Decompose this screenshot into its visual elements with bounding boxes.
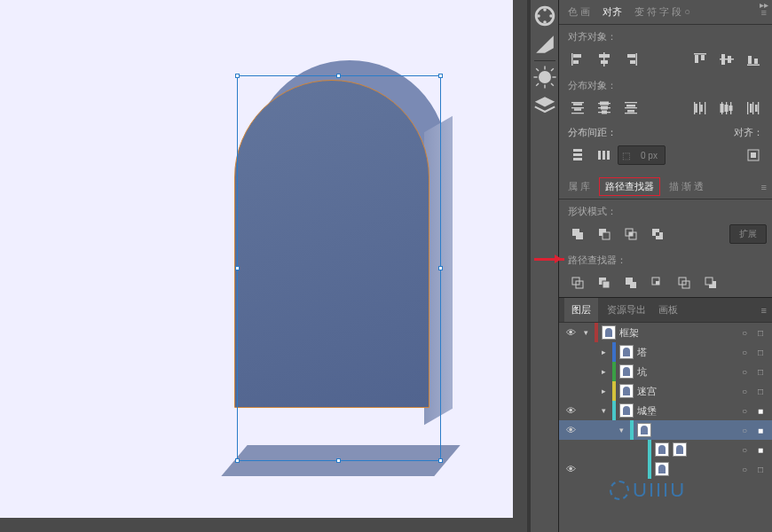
align-vcenter-button[interactable] [713,49,740,70]
layer-name[interactable]: 塔 [637,346,735,359]
target-icon[interactable]: ○ [738,426,751,435]
align-right-button[interactable] [618,49,644,70]
vdist-bottom-button[interactable] [618,98,644,119]
visibility-icon[interactable]: 👁 [564,405,577,416]
handle-top-right[interactable] [438,74,443,78]
layer-row[interactable]: 👁○□ [559,459,772,479]
divide-button[interactable] [564,272,591,293]
visibility-icon[interactable]: 👁 [564,327,577,338]
layer-thumbnail[interactable] [619,345,634,359]
target-icon[interactable]: ○ [738,328,751,338]
disclosure-icon[interactable]: ▾ [598,406,609,415]
crop-button[interactable] [644,272,671,293]
layer-name[interactable]: 城堡 [637,404,735,418]
align-to-selection-button[interactable] [740,145,767,166]
panel-menu-icon[interactable]: ≡ [761,182,767,192]
minus-back-button[interactable] [697,272,724,293]
layer-thumbnail[interactable] [602,325,616,340]
disclosure-icon[interactable]: ▸ [598,367,609,376]
align-top-button[interactable] [687,49,713,70]
exclude-button[interactable] [644,223,671,245]
tab-properties-group[interactable]: 属 库 [564,178,594,195]
layer-row[interactable]: 👁▾城堡○■ [559,401,772,420]
handle-bot-left[interactable] [235,458,240,463]
layer-thumbnail[interactable] [619,364,634,379]
vdist-top-button[interactable] [564,98,591,119]
layer-thumbnail[interactable] [655,442,669,457]
visibility-icon[interactable]: · [564,366,577,377]
disclosure-icon[interactable]: ▸ [598,348,609,356]
layers-list[interactable]: 👁▾框架○□·▸塔○□·▸坑○□·▸迷宫○□👁▾城堡○■👁▾○■·○■👁○□ [559,323,772,479]
tab-transform-group[interactable]: 变 符 字 段 ○ [631,4,694,20]
handle-bot-mid[interactable] [336,458,341,463]
hdist-right-button[interactable] [740,98,767,119]
layer-name[interactable]: 框架 [619,326,735,340]
layer-row[interactable]: ·▸坑○□ [559,362,772,381]
layer-row[interactable]: 👁▾○■ [559,420,772,440]
target-icon[interactable]: ○ [738,387,751,396]
expand-shape-button[interactable]: 扩展 [729,224,767,244]
appearance-panel-icon[interactable] [532,65,557,90]
trim-button[interactable] [591,272,618,293]
target-icon[interactable]: ○ [738,348,751,357]
handle-bot-right[interactable] [438,458,443,463]
layers-panel-icon[interactable] [532,93,557,118]
tab-align[interactable]: 对齐 [599,4,626,20]
outline-button[interactable] [671,272,697,293]
disclosure-icon[interactable]: ▾ [580,328,591,337]
layer-row[interactable]: 👁▾框架○□ [559,323,772,342]
disclosure-icon[interactable]: ▸ [598,387,609,395]
spacing-input[interactable]: ⬚0 px [618,145,666,165]
layer-thumbnail[interactable] [619,384,634,398]
vdist-space-button[interactable] [564,145,591,166]
tab-stroke-group[interactable]: 描 渐 透 [666,178,707,195]
align-bottom-button[interactable] [740,49,767,70]
tab-artboards[interactable]: 画板 [655,301,681,318]
disclosure-icon[interactable]: ▾ [616,426,626,434]
handle-top-left[interactable] [235,74,240,78]
hdist-center-button[interactable] [713,98,740,119]
merge-button[interactable] [618,272,644,293]
canvas-hscroll[interactable] [0,518,527,532]
color-panel-icon[interactable] [532,4,557,28]
intersect-button[interactable] [618,223,644,245]
layer-thumbnail[interactable] [637,423,651,437]
layer-row[interactable]: ·▸迷宫○□ [559,381,772,401]
layer-thumbnail[interactable] [673,442,687,457]
visibility-icon[interactable]: 👁 [564,464,577,474]
panel-menu-icon[interactable]: ≡ [761,305,767,316]
target-icon[interactable]: ○ [738,406,751,416]
tab-layers[interactable]: 图层 [564,298,598,322]
align-hcenter-button[interactable] [591,49,618,70]
visibility-icon[interactable]: · [564,386,577,396]
unite-button[interactable] [564,223,591,245]
swatches-panel-icon[interactable] [532,32,557,57]
visibility-icon[interactable]: · [564,444,577,455]
layer-row[interactable]: ·▸塔○□ [559,342,772,362]
layer-row[interactable]: ·○■ [559,440,772,459]
hdist-left-button[interactable] [687,98,713,119]
hdist-space-button[interactable] [591,145,618,166]
visibility-icon[interactable]: 👁 [564,425,577,435]
tab-asset-export[interactable]: 资源导出 [603,301,650,318]
minus-front-button[interactable] [591,223,618,245]
layer-name[interactable]: 迷宫 [637,385,735,398]
selection-bounds[interactable] [237,75,441,461]
target-icon[interactable]: ○ [738,465,751,474]
target-icon[interactable]: ○ [738,367,751,377]
handle-mid-right[interactable] [438,266,443,270]
handle-mid-left[interactable] [235,266,240,270]
align-left-button[interactable] [564,49,591,70]
layer-thumbnail[interactable] [619,403,634,418]
layer-thumbnail[interactable] [655,462,669,476]
vdist-center-button[interactable] [591,98,618,119]
visibility-icon[interactable]: · [564,347,577,357]
handle-top-mid[interactable] [336,74,341,78]
canvas[interactable] [0,0,527,532]
tab-pathfinder[interactable]: 路径查找器 [599,177,660,196]
layer-name[interactable]: 坑 [637,365,735,379]
panel-collapse-icon[interactable]: ▸▸ [760,0,768,10]
canvas-vscroll[interactable] [513,0,527,532]
target-icon[interactable]: ○ [738,445,751,455]
tab-color-group[interactable]: 色 画 [564,4,594,20]
